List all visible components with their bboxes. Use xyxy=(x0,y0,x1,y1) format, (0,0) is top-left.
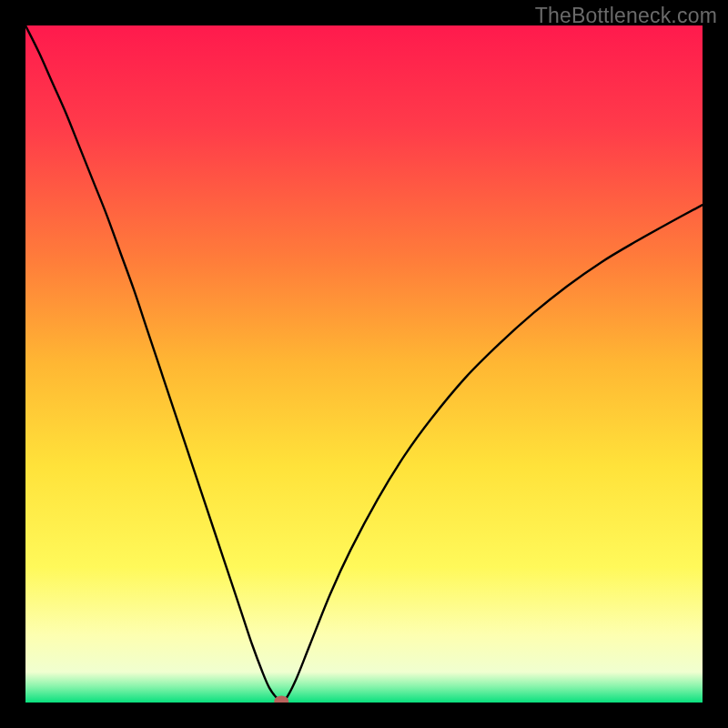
chart-frame xyxy=(25,25,703,703)
bottleneck-chart xyxy=(25,25,703,703)
gradient-background xyxy=(25,25,703,703)
watermark-text: TheBottleneck.com xyxy=(535,4,717,28)
